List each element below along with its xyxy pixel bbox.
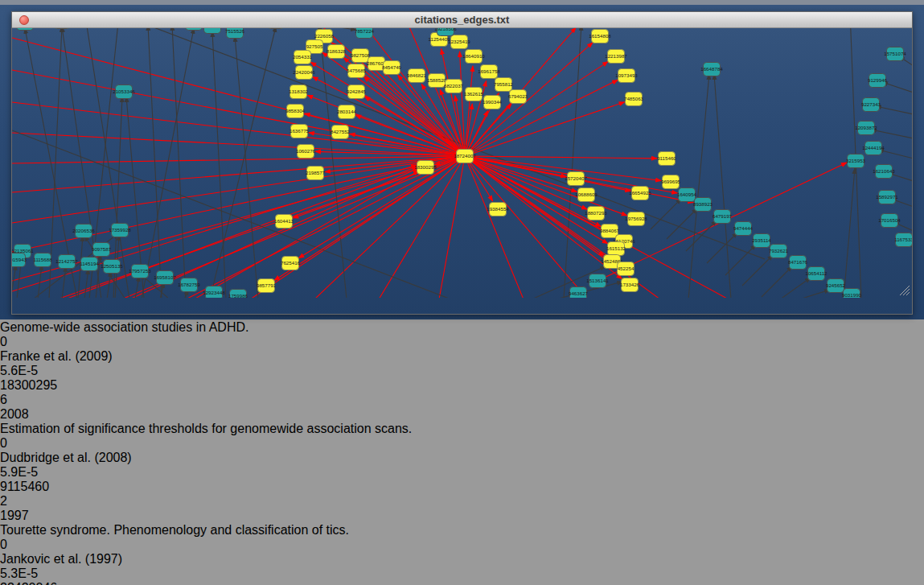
graph-node[interactable]: 1615132 xyxy=(606,242,626,256)
graph-node[interactable]: 1145194 xyxy=(80,257,99,271)
graph-node[interactable]: 17016504 xyxy=(878,214,901,228)
graph-node[interactable]: 22420046 xyxy=(293,66,315,80)
network-canvas[interactable]: 1872400718300295222605892750581863289827… xyxy=(12,12,912,301)
graph-node[interactable]: 15892971 xyxy=(876,191,898,204)
table-cell[interactable]: Franke et al. (2009) xyxy=(0,349,924,364)
graph-node[interactable]: 1060276 xyxy=(296,145,316,159)
graph-node[interactable]: 1604413 xyxy=(274,215,294,229)
graph-node[interactable]: 18300295 xyxy=(414,161,437,175)
graph-node[interactable]: 1115688 xyxy=(33,253,52,267)
graph-node[interactable]: 16961758 xyxy=(478,65,500,79)
graph-node[interactable]: 17359928 xyxy=(109,224,131,237)
table-cell[interactable]: 18300295 xyxy=(0,378,924,393)
graph-node[interactable]: 7932621 xyxy=(769,245,789,258)
graph-node[interactable]: 16782759 xyxy=(178,278,200,292)
graph-node[interactable]: 5475685 xyxy=(347,64,367,78)
table-cell[interactable]: 2008 xyxy=(0,407,924,422)
graph-node[interactable]: 16958107 xyxy=(154,271,176,285)
graph-node[interactable]: 1990344 xyxy=(483,96,503,109)
graph-node[interactable]: 12923448 xyxy=(203,286,225,299)
table-cell[interactable]: 9115460 xyxy=(0,480,924,494)
graph-node[interactable]: 8454749 xyxy=(382,61,402,75)
graph-node[interactable]: 9699695 xyxy=(661,175,681,189)
graph-node[interactable]: 10973493 xyxy=(615,69,638,83)
graph-node[interactable]: 3215953 xyxy=(846,154,866,168)
table-cell[interactable]: 5.3E-5 xyxy=(0,566,924,581)
graph-node[interactable]: 9031990 xyxy=(842,289,862,299)
graph-node[interactable]: 3915943 xyxy=(12,253,27,267)
graph-node[interactable]: 12505135 xyxy=(101,260,123,274)
graph-node[interactable]: 8186328 xyxy=(326,45,347,59)
table-cell[interactable]: 22420046 xyxy=(0,581,924,585)
table-cell[interactable]: 0 xyxy=(0,436,924,451)
graph-node[interactable]: 6822037 xyxy=(444,80,464,93)
graph-node[interactable]: 1636775 xyxy=(290,125,310,138)
table-cell[interactable]: 2 xyxy=(0,494,924,509)
table-cell[interactable]: 6 xyxy=(0,393,924,407)
table-row[interactable]: 2242004622012Investigating the contribut… xyxy=(0,581,924,585)
graph-node[interactable]: 1167533 xyxy=(894,233,912,247)
table-cell[interactable]: Genome-wide association studies in ADHD. xyxy=(0,320,924,335)
graph-node[interactable]: 10688609 xyxy=(575,188,598,202)
graph-node[interactable]: 7955812 xyxy=(494,78,514,92)
graph-node[interactable]: 1733426 xyxy=(620,278,640,292)
graph-node[interactable]: 9242845 xyxy=(347,85,367,99)
graph-node[interactable]: 2054331 xyxy=(293,51,313,64)
graph-node[interactable]: 9227343 xyxy=(861,98,881,112)
graph-node[interactable]: 21053346 xyxy=(113,85,135,99)
table-cell[interactable]: 5.6E-5 xyxy=(0,364,924,378)
graph-node[interactable]: 9115460 xyxy=(657,152,676,166)
graph-node[interactable]: 16154808 xyxy=(589,30,611,43)
graph-node[interactable]: 8471676 xyxy=(788,256,808,270)
graph-node[interactable]: 9463627 xyxy=(569,287,589,299)
graph-node[interactable]: 19384554 xyxy=(487,203,509,216)
graph-node[interactable]: 20206536 xyxy=(72,225,95,238)
table-cell[interactable]: Estimation of significance thresholds fo… xyxy=(0,422,924,436)
graph-node[interactable]: 9474444 xyxy=(733,222,754,236)
graph-node[interactable]: 15720407 xyxy=(565,172,587,186)
table-cell[interactable]: Jankovic et al. (1997) xyxy=(0,552,924,566)
graph-node[interactable]: 15136141 xyxy=(586,274,609,288)
graph-node[interactable]: 18640910 xyxy=(462,50,485,64)
graph-node[interactable]: 18807293 xyxy=(585,207,607,220)
graph-node[interactable]: 7485063 xyxy=(624,93,644,106)
graph-node[interactable]: 17957253 xyxy=(129,265,151,278)
canvas-resize-grip[interactable] xyxy=(900,286,910,295)
graph-node[interactable]: 1362615 xyxy=(464,88,484,101)
graph-node[interactable]: 1759986 xyxy=(228,290,248,299)
graph-node[interactable]: 1640954 xyxy=(677,188,697,202)
network-window-titlebar[interactable]: citations_edges.txt xyxy=(12,12,912,28)
graph-node[interactable]: 8938923 xyxy=(693,198,713,212)
graph-node[interactable]: 6794023 xyxy=(508,90,528,104)
graph-node[interactable]: 9858304 xyxy=(285,105,306,118)
graph-node[interactable]: 16648784 xyxy=(700,63,723,76)
graph-node[interactable]: 2935114 xyxy=(752,234,771,248)
table-cell[interactable]: 0 xyxy=(0,538,924,552)
graph-node[interactable]: 9245652 xyxy=(826,279,846,293)
graph-node[interactable]: 9097587 xyxy=(92,243,112,257)
table-cell[interactable]: 0 xyxy=(0,335,924,349)
graph-node[interactable]: 16210643 xyxy=(873,165,895,179)
graph-node[interactable]: 7625416 xyxy=(281,257,301,270)
graph-node[interactable]: 8427552 xyxy=(331,126,351,139)
graph-node[interactable]: 15751074 xyxy=(884,47,906,61)
graph-node[interactable]: 12444194 xyxy=(862,142,885,155)
graph-node[interactable]: 2803144 xyxy=(337,105,357,119)
graph-node[interactable]: 12213987 xyxy=(605,50,627,64)
graph-node[interactable]: 16654923 xyxy=(629,187,651,200)
graph-node[interactable]: 9129946 xyxy=(868,74,888,88)
table-cell[interactable]: 5.9E-5 xyxy=(0,465,924,480)
table-cell[interactable]: 1997 xyxy=(0,509,924,523)
table-cell[interactable]: Dudbridge et al. (2008) xyxy=(0,451,924,465)
graph-node[interactable]: 9846821 xyxy=(407,69,427,83)
graph-node[interactable]: 18724007 xyxy=(454,150,476,163)
graph-node[interactable]: 2198577 xyxy=(306,167,326,180)
graph-node[interactable]: 12325419 xyxy=(448,35,470,49)
graph-node[interactable]: 12093872 xyxy=(855,122,877,135)
table-cell[interactable]: Tourette syndrome. Phenomenology and cla… xyxy=(0,523,924,538)
graph-node[interactable]: 452254 xyxy=(618,262,634,276)
table-row[interactable]: 911546021997Tourette syndrome. Phenomeno… xyxy=(0,480,924,581)
graph-node[interactable]: 1318302 xyxy=(289,85,309,99)
graph-node[interactable]: 19756928 xyxy=(625,212,647,226)
graph-node[interactable]: 10654112 xyxy=(805,267,827,281)
